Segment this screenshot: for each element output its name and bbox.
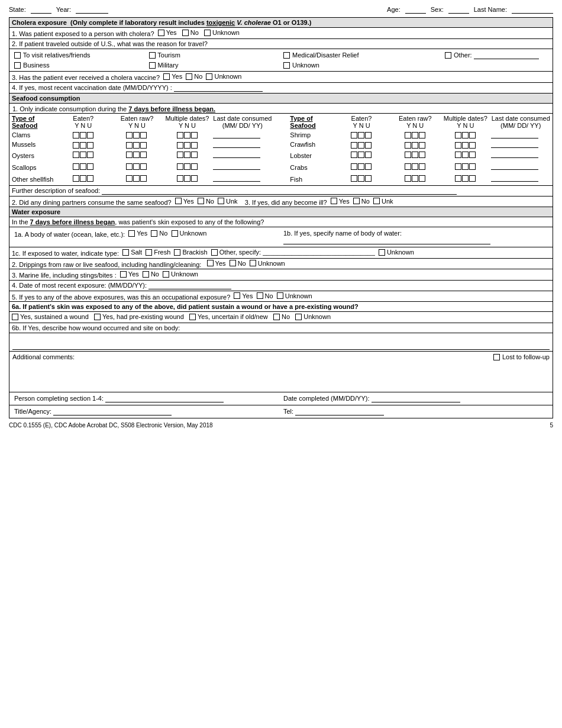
water-q5-yes[interactable]: Yes [234, 292, 253, 299]
water-q1a-unknown[interactable]: Unknown [172, 230, 207, 237]
water-q1c-fresh[interactable]: Fresh [146, 249, 170, 256]
cb-fish-raw-n[interactable] [412, 175, 418, 182]
cb-lobster-y[interactable] [351, 152, 357, 158]
cb-crabs-y[interactable] [351, 163, 357, 170]
cb-scallops-raw-n[interactable] [133, 163, 140, 170]
cb-oysters-u[interactable] [87, 152, 93, 158]
water-q3-unknown[interactable]: Unknown [163, 270, 198, 278]
cb-crabs-n[interactable] [358, 163, 364, 170]
lastname-field[interactable] [512, 6, 553, 14]
checkbox-vaccine-no[interactable] [186, 73, 192, 80]
cb-fish-n[interactable] [358, 175, 364, 182]
checkbox-military[interactable] [149, 62, 156, 69]
wound-no[interactable]: No [273, 313, 290, 320]
cb-othershell-raw-n[interactable] [133, 175, 140, 182]
cb-clams-raw-u[interactable] [140, 132, 147, 138]
seafood-further-desc-field[interactable] [102, 187, 457, 195]
cb-water-unknown[interactable] [172, 230, 178, 237]
cb-oysters-raw-u[interactable] [140, 152, 147, 158]
cb-oysters-raw-n[interactable] [133, 152, 140, 158]
cb-scallops-raw-u[interactable] [140, 163, 147, 170]
dining-ill-unk[interactable]: Unk [373, 198, 393, 205]
water-q1c-brackish[interactable]: Brackish [174, 249, 207, 256]
cb-crabs-raw-u[interactable] [419, 163, 425, 170]
cb-oysters-y[interactable] [73, 152, 79, 158]
water-q1c-salt[interactable]: Salt [122, 249, 142, 256]
cb-water-no[interactable] [151, 230, 157, 237]
cb-wound-1[interactable] [12, 314, 18, 320]
cb-othershell-n[interactable] [80, 175, 86, 182]
cb-mussels-raw-n[interactable] [133, 142, 140, 149]
cb-crabs-raw-n[interactable] [412, 163, 418, 170]
checkbox-vaccine-unknown[interactable] [206, 73, 212, 80]
cb-brackish[interactable] [174, 249, 180, 256]
cb-oysters-raw-y[interactable] [126, 152, 133, 158]
cb-wound-5[interactable] [295, 314, 302, 320]
cb-occ-unknown[interactable] [277, 292, 283, 299]
cb-clams-mult-y[interactable] [177, 132, 183, 138]
cb-oysters-mult-y[interactable] [177, 152, 183, 158]
cb-clams-y[interactable] [73, 132, 79, 138]
cholera-q3-yes[interactable]: Yes [163, 73, 182, 80]
dining-unk[interactable]: Unk [218, 198, 238, 205]
water-body-name-field[interactable] [283, 237, 490, 244]
cb-fresh[interactable] [146, 249, 152, 256]
cb-fish-mult-y[interactable] [455, 175, 461, 182]
cb-shrimp-mult-y[interactable] [455, 132, 461, 138]
cb-marine-yes[interactable] [120, 271, 127, 278]
checkbox-business[interactable] [14, 62, 21, 69]
cb-crawfish-u[interactable] [365, 142, 372, 149]
cb-clams-mult-u[interactable] [191, 132, 198, 138]
cb-marine-unknown[interactable] [163, 271, 169, 278]
cb-othershell-raw-u[interactable] [140, 175, 147, 182]
title-agency-field[interactable] [53, 408, 172, 415]
cb-lobster-raw-y[interactable] [405, 152, 411, 158]
cb-lobster-u[interactable] [365, 152, 372, 158]
cb-fish-y[interactable] [351, 175, 357, 182]
cb-dining-unk[interactable] [218, 198, 224, 204]
cb-lobster-mult-y[interactable] [455, 152, 461, 158]
date-completed-field[interactable] [372, 395, 460, 402]
cb-crawfish-mult-u[interactable] [469, 142, 476, 149]
cb-clams-mult-n[interactable] [184, 132, 190, 138]
cb-ill-no[interactable] [353, 198, 360, 204]
cb-drip-unknown[interactable] [250, 260, 256, 266]
cb-scallops-n[interactable] [80, 163, 86, 170]
water-q2-no[interactable]: No [230, 260, 246, 267]
checkbox-no[interactable] [182, 30, 189, 36]
cb-fish-mult-u[interactable] [469, 175, 476, 182]
cb-shrimp-n[interactable] [358, 132, 364, 138]
cb-fish-mult-n[interactable] [462, 175, 469, 182]
cb-marine-no[interactable] [143, 271, 149, 278]
cb-clams-raw-n[interactable] [133, 132, 140, 138]
cb-drip-yes[interactable] [207, 260, 214, 266]
cb-othershell-mult-n[interactable] [184, 175, 190, 182]
cb-crawfish-n[interactable] [358, 142, 364, 149]
checkbox-unknown[interactable] [204, 30, 211, 36]
cb-clams-raw-y[interactable] [126, 132, 133, 138]
checkbox-vaccine-yes[interactable] [163, 73, 170, 80]
wound-unknown[interactable]: Unknown [295, 313, 331, 320]
cb-crawfish-raw-n[interactable] [412, 142, 418, 149]
cb-mussels-n[interactable] [80, 142, 86, 149]
water-q3-no[interactable]: No [143, 270, 159, 278]
cb-mussels-mult-n[interactable] [184, 142, 190, 149]
water-q2-unknown[interactable]: Unknown [250, 260, 285, 267]
cb-lost-followup[interactable] [493, 354, 500, 360]
water-q1a-yes[interactable]: Yes [128, 230, 147, 237]
cb-crabs-u[interactable] [365, 163, 372, 170]
cb-mussels-u[interactable] [87, 142, 93, 149]
state-field[interactable] [31, 6, 51, 14]
cb-crabs-raw-y[interactable] [405, 163, 411, 170]
cb-wound-3[interactable] [189, 314, 196, 320]
cb-shrimp-raw-u[interactable] [419, 132, 425, 138]
cb-shrimp-y[interactable] [351, 132, 357, 138]
cb-othershell-y[interactable] [73, 175, 79, 182]
sex-field[interactable] [448, 6, 469, 14]
cb-scallops-y[interactable] [73, 163, 79, 170]
water-q2-yes[interactable]: Yes [207, 260, 226, 267]
cholera-q3-no[interactable]: No [186, 73, 202, 80]
cb-othershell-raw-y[interactable] [126, 175, 133, 182]
cb-shrimp-mult-u[interactable] [469, 132, 476, 138]
checkbox-unknown-travel[interactable] [283, 62, 290, 69]
